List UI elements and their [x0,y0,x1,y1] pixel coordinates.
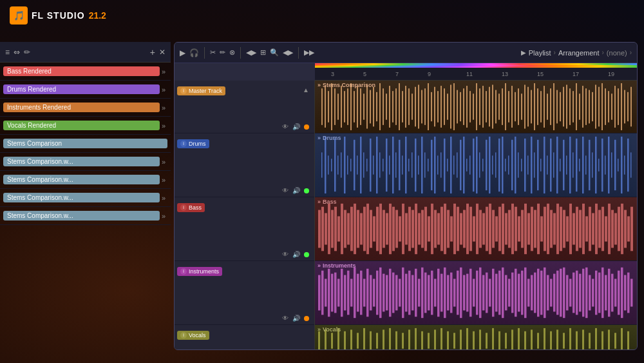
transport-icon[interactable]: ▶▶ [304,48,314,57]
track-item-stems-w1[interactable]: Stems Comparison.w... » [0,153,171,171]
drums-headphone[interactable]: 👁 [282,187,289,194]
instruments-vol[interactable]: 🔊 [292,315,300,322]
svg-rect-384 [614,279,617,306]
channel-instruments: i Instruments 👁 🔊 [175,261,314,325]
track-item-stems-w2[interactable]: Stems Comparison.w... » [0,171,171,189]
svg-rect-39 [447,93,448,120]
svg-rect-91 [614,86,616,128]
svg-rect-209 [366,204,369,254]
svg-rect-125 [412,152,413,177]
track-item-stems[interactable]: Stems Comparison [0,135,171,153]
track-arrow-bass[interactable]: » [160,68,167,75]
svg-rect-230 [434,210,437,248]
scroll-icon[interactable]: ◀▶ [246,48,256,57]
toolbar-icon-2[interactable]: ⇔ [14,48,20,57]
headphone-icon[interactable]: 🎧 [189,48,199,57]
master-vol[interactable]: 🔊 [292,123,300,130]
svg-rect-60 [515,92,516,121]
svg-rect-275 [579,210,582,248]
bass-headphone[interactable]: 👁 [282,251,289,258]
channel-vocals: i Vocals [175,325,314,349]
toolbar-icon-1[interactable]: ≡ [5,48,10,57]
svg-rect-241 [469,207,472,251]
svg-rect-425 [544,328,545,349]
svg-rect-28 [412,93,413,120]
svg-rect-56 [502,88,503,125]
drums-dot[interactable] [304,188,309,193]
track-item-vocals-rendered[interactable]: Vocals Rendered » [0,117,171,135]
track-arrow-stems-w2[interactable]: » [160,176,167,184]
waveform-instruments: »Instruments [315,261,637,325]
track-item-bass-rendered[interactable]: Bass Rendered » [0,63,171,81]
zoom-icon[interactable]: 🔍 [270,48,279,57]
bass-vol[interactable]: 🔊 [292,251,300,258]
svg-rect-330 [440,274,443,312]
svg-rect-55 [498,93,500,120]
snap-icon[interactable]: ⊞ [260,48,266,57]
svg-rect-77 [569,88,571,125]
track-arrow-drums[interactable]: » [160,86,167,93]
svg-rect-426 [550,331,552,349]
svg-rect-287 [618,207,620,251]
erase-icon[interactable]: ⊗ [229,48,235,57]
svg-rect-10 [354,91,355,123]
svg-rect-49 [479,88,480,125]
fl-logo: 🎵 [10,6,28,25]
svg-rect-194 [318,210,321,248]
master-collapse[interactable]: ▲ [303,83,309,95]
svg-rect-246 [486,207,488,251]
svg-rect-296 [331,274,334,312]
svg-rect-185 [605,155,606,174]
instruments-headphone[interactable]: 👁 [282,315,289,322]
drums-vol[interactable]: 🔊 [292,187,300,194]
svg-rect-173 [566,155,567,174]
draw-icon[interactable]: ✏ [220,48,225,57]
bass-dot[interactable] [304,252,309,257]
svg-rect-326 [428,275,430,311]
svg-rect-420 [511,329,513,349]
svg-rect-407 [428,333,430,349]
svg-rect-176 [576,139,578,191]
instruments-dot[interactable] [304,316,309,321]
svg-rect-412 [460,329,462,349]
track-arrow-stems-w1[interactable]: » [160,158,167,166]
svg-rect-404 [408,329,410,349]
toolbar-add[interactable]: + [150,47,155,57]
waveform-bass-label: »Bass [317,199,337,205]
toolbar-close[interactable]: ✕ [159,48,166,57]
play-icon[interactable]: ▶ [180,48,185,57]
svg-rect-179 [585,155,587,174]
svg-rect-68 [540,91,542,123]
playlist-arrow-icon: ▶ [521,49,526,56]
svg-rect-368 [563,268,565,318]
svg-rect-216 [389,204,392,254]
track-item-drums-rendered[interactable]: Drums Rendered » [0,81,171,99]
svg-rect-2 [328,91,329,123]
svg-rect-328 [434,279,437,306]
svg-rect-76 [566,84,567,128]
track-item-instruments-rendered[interactable]: Instruments Rendered » [0,99,171,117]
svg-rect-304 [357,274,359,312]
svg-rect-348 [498,271,501,315]
svg-rect-80 [579,93,580,120]
svg-rect-430 [576,331,578,349]
track-arrow-vocals[interactable]: » [160,122,167,130]
svg-rect-50 [482,86,484,128]
track-arrow-stems-w4[interactable]: » [160,212,167,220]
svg-rect-1 [325,86,326,128]
scissors-icon[interactable]: ✂ [210,48,216,57]
svg-rect-170 [556,137,558,193]
master-headphone[interactable]: 👁 [282,123,289,130]
track-arrow-instruments[interactable]: » [160,104,167,112]
svg-rect-59 [511,86,513,128]
toolbar-icon-3[interactable]: ✏ [24,48,30,57]
track-item-stems-w3[interactable]: Stems Comparison.w... » [0,189,171,207]
timeline-ruler: 3 5 7 9 11 13 15 17 19 [315,68,637,81]
svg-rect-144 [473,139,475,191]
markers-icon[interactable]: ◀▶ [283,48,293,57]
master-dot[interactable] [304,124,309,130]
track-item-stems-w4[interactable]: Stems Comparison.w... » [0,207,171,225]
track-arrow-stems-w3[interactable]: » [160,194,167,202]
svg-rect-378 [595,271,598,315]
svg-rect-16 [373,87,374,127]
